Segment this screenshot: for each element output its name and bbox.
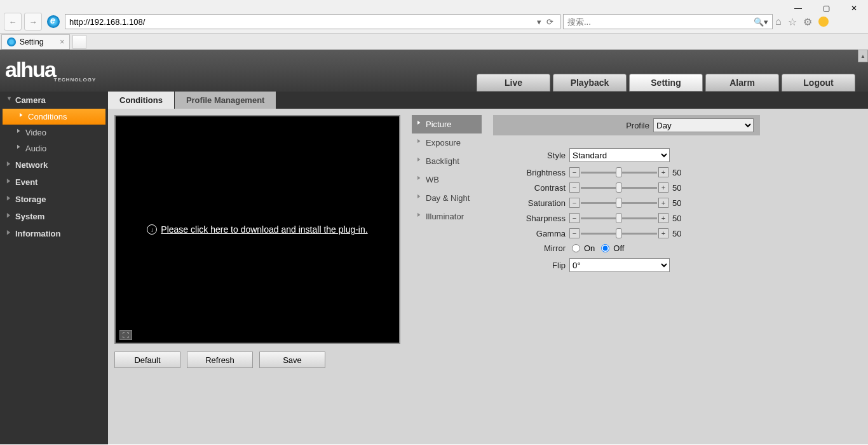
tab-conditions[interactable]: Conditions xyxy=(108,92,174,109)
gamma-value: 50 xyxy=(672,229,681,238)
window-close[interactable]: ✕ xyxy=(840,0,868,17)
category-exposure[interactable]: Exposure xyxy=(412,134,482,152)
saturation-value: 50 xyxy=(672,198,681,208)
dropdown-icon[interactable]: ▾ xyxy=(537,17,541,27)
sidebar-item-conditions[interactable]: Conditions xyxy=(3,109,105,125)
mirror-off-label: Off xyxy=(613,243,624,253)
nav-back[interactable]: ← xyxy=(4,13,22,31)
tab-profile-management[interactable]: Profile Management xyxy=(175,92,276,109)
contrast-slider[interactable] xyxy=(581,187,657,189)
sharpness-slider[interactable] xyxy=(581,217,657,219)
browser-tab[interactable]: Setting × xyxy=(1,34,70,50)
sidebar-group-event[interactable]: Event xyxy=(0,174,108,191)
sharpness-label: Sharpness xyxy=(493,214,569,223)
mirror-label: Mirror xyxy=(493,243,569,253)
feedback-icon[interactable] xyxy=(818,17,829,27)
brightness-slider[interactable] xyxy=(581,172,657,174)
sidebar-group-camera[interactable]: Camera xyxy=(0,92,108,109)
contrast-increase[interactable]: + xyxy=(658,182,668,193)
url-input[interactable] xyxy=(69,17,537,27)
saturation-label: Saturation xyxy=(493,198,569,208)
video-preview: ↓ Please click here to download and inst… xyxy=(114,115,400,344)
nav-setting[interactable]: Setting xyxy=(629,74,703,92)
contrast-value: 50 xyxy=(672,183,681,193)
scroll-up-icon[interactable]: ▲ xyxy=(858,50,868,62)
sharpness-decrease[interactable]: − xyxy=(569,213,580,223)
search-icon[interactable]: 🔍▾ xyxy=(754,17,768,27)
address-bar[interactable]: ▾ ⟳ xyxy=(65,14,560,29)
mirror-on-radio[interactable] xyxy=(572,244,580,252)
home-icon[interactable]: ⌂ xyxy=(775,16,782,27)
category-backlight[interactable]: Backlight xyxy=(412,152,482,170)
refresh-button[interactable]: Refresh xyxy=(187,352,253,368)
sharpness-thumb[interactable] xyxy=(616,213,622,223)
brand-logo: alhua TECHNOLOGY xyxy=(5,57,96,83)
flip-label: Flip xyxy=(493,261,569,270)
gamma-label: Gamma xyxy=(493,229,569,238)
new-tab-button[interactable] xyxy=(72,35,86,49)
brightness-increase[interactable]: + xyxy=(658,167,668,177)
tab-title: Setting xyxy=(20,38,43,46)
contrast-label: Contrast xyxy=(493,183,569,193)
brightness-decrease[interactable]: − xyxy=(569,167,580,177)
nav-live[interactable]: Live xyxy=(477,74,550,92)
sidebar-group-system[interactable]: System xyxy=(0,208,108,225)
category-illuminator[interactable]: Illuminator xyxy=(412,207,482,226)
refresh-icon[interactable]: ⟳ xyxy=(546,17,553,27)
saturation-slider[interactable] xyxy=(581,202,657,204)
fullscreen-icon[interactable]: ⛶ xyxy=(119,330,132,340)
logo-subtext: TECHNOLOGY xyxy=(54,77,96,83)
sharpness-increase[interactable]: + xyxy=(658,213,668,223)
profile-label: Profile xyxy=(626,121,649,130)
ie-icon xyxy=(47,15,60,28)
plugin-download-link[interactable]: Please click here to download and instal… xyxy=(161,224,367,235)
flip-select[interactable]: 0° xyxy=(569,258,670,272)
mirror-off-radio[interactable] xyxy=(601,244,609,252)
sidebar-item-video[interactable]: Video xyxy=(0,125,108,140)
category-picture[interactable]: Picture xyxy=(412,115,482,134)
sharpness-value: 50 xyxy=(672,214,681,223)
nav-playback[interactable]: Playback xyxy=(553,74,627,92)
saturation-increase[interactable]: + xyxy=(658,198,668,208)
contrast-thumb[interactable] xyxy=(616,182,622,193)
brightness-label: Brightness xyxy=(493,168,569,177)
tab-favicon xyxy=(7,38,16,46)
category-day-night[interactable]: Day & Night xyxy=(412,189,482,207)
nav-alarm[interactable]: Alarm xyxy=(705,74,779,92)
style-label: Style xyxy=(493,151,569,160)
gamma-increase[interactable]: + xyxy=(658,228,668,238)
brightness-thumb[interactable] xyxy=(616,167,622,177)
nav-logout[interactable]: Logout xyxy=(782,74,855,92)
search-box[interactable]: 🔍▾ xyxy=(563,14,773,29)
logo-text: alhua xyxy=(5,57,55,82)
nav-forward[interactable]: → xyxy=(24,13,42,31)
favorites-icon[interactable]: ☆ xyxy=(788,16,797,28)
sidebar-group-information[interactable]: Information xyxy=(0,225,108,242)
sidebar-group-storage[interactable]: Storage xyxy=(0,191,108,208)
saturation-decrease[interactable]: − xyxy=(569,198,580,208)
tab-close-icon[interactable]: × xyxy=(60,38,64,46)
brightness-value: 50 xyxy=(672,168,681,177)
mirror-on-label: On xyxy=(584,243,595,253)
saturation-thumb[interactable] xyxy=(616,198,622,208)
category-wb[interactable]: WB xyxy=(412,170,482,189)
sidebar-item-audio[interactable]: Audio xyxy=(0,140,108,156)
sidebar-group-network[interactable]: Network xyxy=(0,156,108,174)
save-button[interactable]: Save xyxy=(259,352,325,368)
gamma-decrease[interactable]: − xyxy=(569,228,580,238)
style-select[interactable]: Standard xyxy=(569,148,670,162)
profile-select[interactable]: Day xyxy=(653,118,754,132)
settings-icon[interactable]: ⚙ xyxy=(803,16,812,28)
search-input[interactable] xyxy=(567,17,754,27)
gamma-slider[interactable] xyxy=(581,233,657,235)
gamma-thumb[interactable] xyxy=(616,228,622,238)
default-button[interactable]: Default xyxy=(114,352,180,368)
contrast-decrease[interactable]: − xyxy=(569,182,580,193)
download-icon: ↓ xyxy=(147,224,157,235)
